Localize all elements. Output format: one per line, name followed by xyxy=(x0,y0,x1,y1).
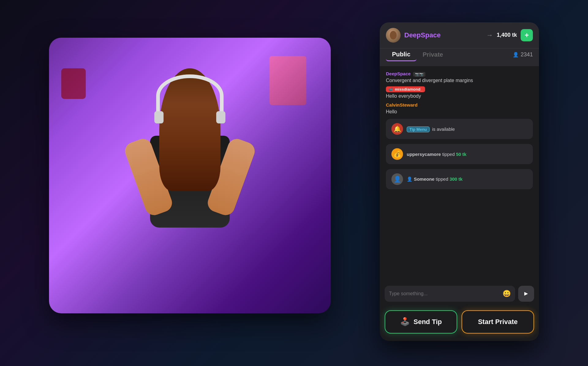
message-text: Convergent and divergent plate margins xyxy=(386,77,533,84)
chat-message: DeepSpace 📷📷 Convergent and divergent pl… xyxy=(386,71,533,84)
notification-tip-menu: 🔔 Tip Menu is available xyxy=(386,119,533,139)
viewers-icon: 👤 xyxy=(513,52,519,58)
send-tip-button[interactable]: 🕹️ Send Tip xyxy=(385,310,457,334)
viewers-number: 2341 xyxy=(521,51,533,58)
tip-menu-tag: Tip Menu xyxy=(407,126,430,132)
header-username: DeepSpace xyxy=(404,31,481,39)
camera-icon: 📹 xyxy=(388,87,393,92)
panel-header: DeepSpace → 1,400 tk + xyxy=(380,22,539,48)
bg-bag xyxy=(61,68,86,99)
start-private-button[interactable]: Start Private xyxy=(462,310,534,334)
video-background xyxy=(49,38,331,313)
start-private-label: Start Private xyxy=(478,318,518,326)
tip-menu-text: Tip Menu is available xyxy=(407,126,527,132)
tip-amount-anon: 300 tk xyxy=(450,176,463,182)
chat-input-wrapper: 😀 xyxy=(385,286,515,302)
action-buttons: 🕹️ Send Tip Start Private xyxy=(380,305,539,341)
viewers-count: 👤 2341 xyxy=(513,51,533,58)
send-icon: ► xyxy=(523,290,529,297)
message-username: DeepSpace xyxy=(386,71,411,76)
chat-message: 📹 missdiamond_ Hello everybody xyxy=(386,86,533,100)
streamer-figure xyxy=(98,53,282,313)
tip-text-2: 👤 Someone tipped 300 tk xyxy=(407,176,527,182)
message-text: Hello everybody xyxy=(386,93,533,100)
tab-private[interactable]: Private xyxy=(417,49,449,61)
headphones xyxy=(156,74,224,117)
header-avatar xyxy=(386,28,401,43)
video-card xyxy=(49,38,331,313)
send-message-button[interactable]: ► xyxy=(518,286,534,302)
tipper-username-anon: Someone xyxy=(414,176,435,182)
tab-public[interactable]: Public xyxy=(386,48,417,61)
person-body xyxy=(132,68,248,313)
coin-icon: 💰 xyxy=(391,148,403,160)
token-balance: 1,400 tk xyxy=(497,32,517,38)
message-header: DeepSpace 📷📷 xyxy=(386,71,533,77)
chat-panel: DeepSpace → 1,400 tk + Public Private 👤 … xyxy=(380,22,539,341)
tab-bar: Public Private 👤 2341 xyxy=(380,48,539,66)
tipper-username: uppersycamore xyxy=(407,152,441,157)
message-text: Hello xyxy=(386,108,533,115)
tip-amount: 50 tk xyxy=(456,152,466,157)
avatar-image xyxy=(386,28,401,43)
notification-tip-2: 👤 👤 Someone tipped 300 tk xyxy=(386,169,533,189)
joystick-icon: 🕹️ xyxy=(400,317,410,326)
message-header: CalvinSteward xyxy=(386,102,533,108)
vr-badge: 📷📷 xyxy=(413,72,425,77)
logout-icon[interactable]: → xyxy=(486,31,493,39)
bell-icon: 🔔 xyxy=(391,123,403,135)
anon-icon: 👤 xyxy=(391,173,403,185)
emoji-button[interactable]: 😀 xyxy=(503,290,511,298)
live-badge: 📹 missdiamond_ xyxy=(386,86,425,92)
main-scene: DeepSpace → 1,400 tk + Public Private 👤 … xyxy=(49,22,539,344)
chat-messages: DeepSpace 📷📷 Convergent and divergent pl… xyxy=(380,66,539,282)
notification-tip-1: 💰 uppersycamore tipped 50 tk xyxy=(386,144,533,164)
chat-input-row: 😀 ► xyxy=(380,282,539,305)
add-tokens-button[interactable]: + xyxy=(521,29,533,41)
chat-message: CalvinSteward Hello xyxy=(386,102,533,115)
message-header: 📹 missdiamond_ xyxy=(386,86,533,92)
message-username: CalvinSteward xyxy=(386,102,417,108)
chat-input[interactable] xyxy=(389,291,500,296)
send-tip-label: Send Tip xyxy=(413,318,442,326)
tip-text-1: uppersycamore tipped 50 tk xyxy=(407,152,527,157)
